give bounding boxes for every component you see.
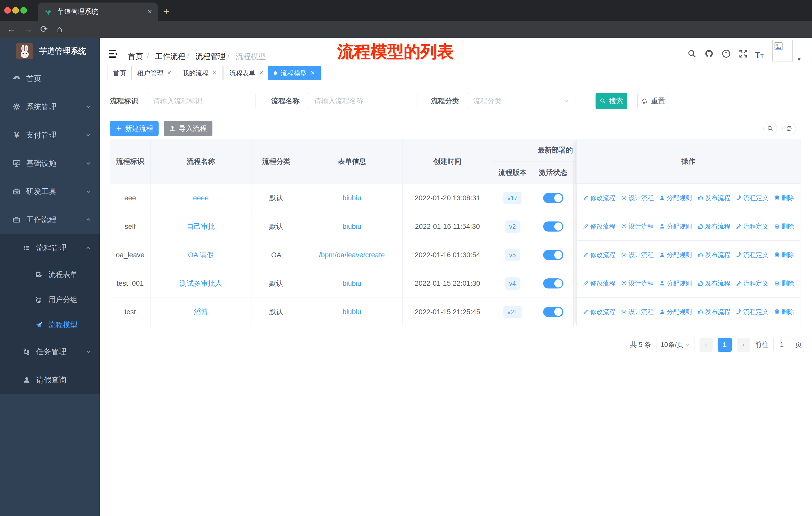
active-toggle[interactable] bbox=[543, 278, 563, 289]
assign-rule-link[interactable]: 分配规则 bbox=[659, 279, 692, 288]
process-definition-link[interactable]: 流程定义 bbox=[736, 222, 768, 230]
tag-process-model[interactable]: 流程模型✕ bbox=[268, 66, 321, 80]
assign-rule-link[interactable]: 分配规则 bbox=[659, 308, 692, 316]
import-process-button[interactable]: 导入流程 bbox=[164, 121, 212, 136]
close-window-button[interactable] bbox=[4, 7, 11, 13]
design-process-link[interactable]: 设计流程 bbox=[621, 308, 654, 316]
design-process-link[interactable]: 设计流程 bbox=[621, 194, 654, 202]
prev-page-button[interactable]: ‹ bbox=[699, 337, 713, 352]
breadcrumb-process-mgmt[interactable]: 流程管理 bbox=[195, 51, 226, 62]
delete-link[interactable]: 删除 bbox=[774, 222, 794, 230]
modify-process-link[interactable]: 修改流程 bbox=[583, 251, 615, 259]
close-icon[interactable]: ✕ bbox=[212, 70, 217, 76]
modify-process-link[interactable]: 修改流程 bbox=[583, 194, 615, 202]
forward-icon[interactable]: → bbox=[24, 24, 33, 34]
version-badge[interactable]: v4 bbox=[505, 277, 520, 290]
process-id-input[interactable] bbox=[147, 93, 256, 109]
version-badge[interactable]: v21 bbox=[503, 306, 522, 318]
sidebar-item-process-mgmt[interactable]: 流程管理 bbox=[0, 234, 100, 262]
next-page-button[interactable]: › bbox=[737, 337, 750, 352]
tag-tenant-mgmt[interactable]: 租户管理✕ bbox=[132, 66, 177, 80]
sidebar-item-infrastructure[interactable]: 基础设施 bbox=[0, 149, 100, 178]
new-tab-button[interactable]: + bbox=[163, 5, 169, 18]
maximize-window-button[interactable] bbox=[20, 7, 27, 13]
avatar-broken-image[interactable] bbox=[772, 40, 793, 61]
modify-process-link[interactable]: 修改流程 bbox=[583, 222, 615, 230]
active-toggle[interactable] bbox=[543, 307, 563, 317]
publish-process-link[interactable]: 发布流程 bbox=[697, 279, 730, 288]
design-process-link[interactable]: 设计流程 bbox=[621, 222, 654, 230]
reload-icon[interactable]: ⟳ bbox=[40, 24, 48, 34]
publish-process-link[interactable]: 发布流程 bbox=[697, 251, 730, 259]
publish-process-link[interactable]: 发布流程 bbox=[697, 194, 730, 202]
collapse-sidebar-icon[interactable] bbox=[108, 49, 119, 59]
publish-process-link[interactable]: 发布流程 bbox=[697, 222, 730, 230]
form-info-link[interactable]: biubiu bbox=[343, 308, 361, 316]
tab-close-icon[interactable]: × bbox=[147, 7, 152, 16]
github-icon[interactable] bbox=[704, 49, 714, 58]
assign-rule-link[interactable]: 分配规则 bbox=[659, 222, 692, 230]
active-toggle[interactable] bbox=[543, 193, 563, 203]
sidebar-item-process-form[interactable]: 流程表单 bbox=[0, 262, 100, 287]
process-definition-link[interactable]: 流程定义 bbox=[736, 194, 768, 202]
active-toggle[interactable] bbox=[543, 221, 563, 232]
breadcrumb-workflow[interactable]: 工作流程 bbox=[155, 51, 185, 62]
process-name-input[interactable] bbox=[308, 93, 418, 109]
close-icon[interactable]: ✕ bbox=[167, 70, 171, 76]
process-name-link[interactable]: 测试多审批人 bbox=[180, 279, 222, 288]
delete-link[interactable]: 删除 bbox=[774, 308, 794, 316]
sidebar-item-workflow[interactable]: 工作流程 bbox=[0, 206, 100, 234]
fullscreen-icon[interactable] bbox=[738, 49, 748, 58]
process-category-select[interactable]: 流程分类 bbox=[467, 93, 575, 109]
assign-rule-link[interactable]: 分配规则 bbox=[659, 194, 692, 202]
tag-my-process[interactable]: 我的流程✕ bbox=[177, 66, 223, 80]
modify-process-link[interactable]: 修改流程 bbox=[583, 308, 615, 316]
assign-rule-link[interactable]: 分配规则 bbox=[659, 251, 692, 259]
process-name-link[interactable]: 自己审批 bbox=[187, 222, 215, 231]
table-refresh-button[interactable] bbox=[782, 122, 796, 135]
delete-link[interactable]: 删除 bbox=[774, 279, 794, 288]
form-info-link[interactable]: biubiu bbox=[343, 222, 361, 230]
sidebar-item-system-mgmt[interactable]: 系统管理 bbox=[0, 93, 100, 121]
design-process-link[interactable]: 设计流程 bbox=[621, 279, 654, 288]
minimize-window-button[interactable] bbox=[12, 7, 19, 13]
close-icon[interactable]: ✕ bbox=[259, 70, 264, 76]
reset-button[interactable]: 重置 bbox=[637, 93, 669, 109]
sidebar-item-leave-query[interactable]: 请假查询 bbox=[0, 366, 100, 394]
sidebar-item-dev-tools[interactable]: 研发工具 bbox=[0, 178, 100, 206]
form-info-link[interactable]: biubiu bbox=[343, 279, 361, 288]
browser-tab[interactable]: 芋道管理系统 × bbox=[38, 2, 158, 21]
avatar-caret-icon[interactable]: ▼ bbox=[796, 56, 802, 62]
breadcrumb-home[interactable]: 首页 bbox=[128, 51, 143, 62]
process-name-link[interactable]: eeee bbox=[193, 194, 209, 202]
search-icon[interactable] bbox=[687, 49, 697, 58]
delete-link[interactable]: 删除 bbox=[774, 251, 794, 259]
help-icon[interactable]: ? bbox=[721, 49, 731, 58]
version-badge[interactable]: v5 bbox=[505, 249, 520, 261]
version-badge[interactable]: v2 bbox=[505, 220, 520, 233]
page-size-select[interactable]: 10条/页 bbox=[656, 337, 694, 352]
current-page[interactable]: 1 bbox=[718, 337, 732, 352]
home-icon[interactable]: ⌂ bbox=[57, 24, 62, 34]
sidebar-item-home[interactable]: 首页 bbox=[0, 64, 100, 93]
tag-process-form[interactable]: 流程表单✕ bbox=[224, 66, 269, 80]
version-badge[interactable]: v17 bbox=[503, 192, 522, 204]
process-definition-link[interactable]: 流程定义 bbox=[736, 251, 768, 259]
sidebar-item-task-mgmt[interactable]: 任务管理 bbox=[0, 337, 100, 366]
process-name-link[interactable]: 滔博 bbox=[194, 307, 208, 317]
form-info-link[interactable]: /bpm/oa/leave/create bbox=[319, 251, 385, 259]
close-icon[interactable]: ✕ bbox=[310, 70, 315, 76]
process-definition-link[interactable]: 流程定义 bbox=[736, 308, 768, 316]
search-button[interactable]: 搜索 bbox=[596, 93, 627, 109]
back-icon[interactable]: ← bbox=[7, 24, 16, 34]
sidebar-item-user-group[interactable]: 用户分组 bbox=[0, 287, 100, 313]
active-toggle[interactable] bbox=[543, 250, 563, 260]
tag-home[interactable]: 首页 bbox=[107, 66, 132, 80]
delete-link[interactable]: 删除 bbox=[774, 194, 794, 202]
design-process-link[interactable]: 设计流程 bbox=[621, 251, 654, 259]
sidebar-item-payment-mgmt[interactable]: ¥ 支付管理 bbox=[0, 121, 100, 149]
publish-process-link[interactable]: 发布流程 bbox=[697, 308, 730, 316]
table-search-toggle-button[interactable] bbox=[763, 122, 777, 135]
modify-process-link[interactable]: 修改流程 bbox=[583, 279, 615, 288]
form-info-link[interactable]: biubiu bbox=[343, 194, 361, 202]
